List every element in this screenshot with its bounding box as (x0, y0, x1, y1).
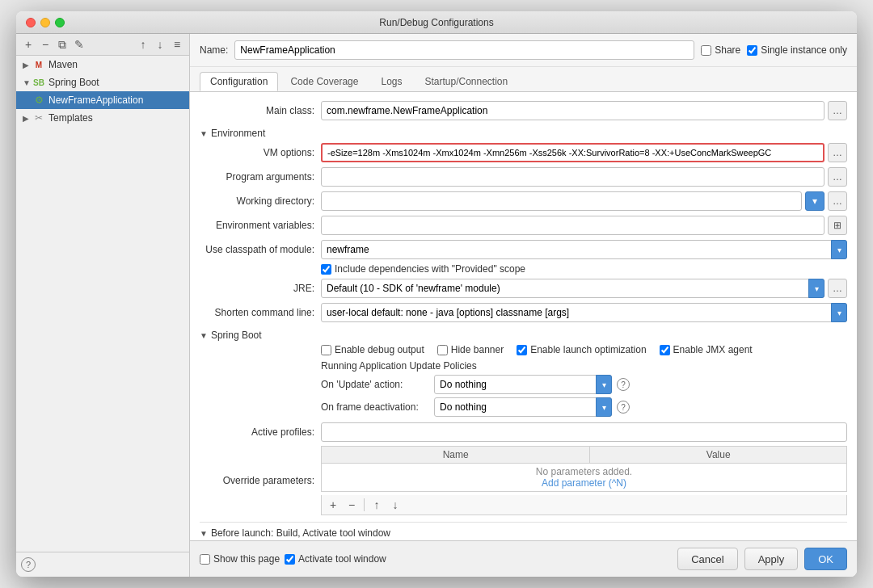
working-dir-label: Working directory: (200, 195, 321, 207)
params-down-button[interactable]: ↓ (387, 497, 403, 513)
shorten-cmd-select[interactable]: user-local default: none - java [options… (321, 303, 847, 322)
params-empty-msg: No parameters added. Add parameter (^N) (322, 464, 847, 492)
add-config-button[interactable]: + (21, 37, 36, 52)
on-frame-select-wrapper: Do nothing ▾ (434, 397, 612, 417)
override-params-label: Override parameters: (200, 475, 321, 486)
params-value-col: Value (590, 447, 847, 464)
cancel-button[interactable]: Cancel (677, 548, 737, 570)
before-launch-section: ▼ Before launch: Build, Activate tool wi… (200, 522, 847, 540)
sidebar-item-newframe[interactable]: ▶ ⚙ NewFrameApplication (16, 91, 189, 109)
env-vars-label: Environment variables: (200, 220, 321, 231)
single-instance-row: Single instance only (747, 44, 847, 56)
jre-select[interactable]: Default (10 - SDK of 'newframe' module) (321, 279, 824, 298)
active-profiles-input[interactable] (321, 422, 847, 442)
spring-boot-section-header[interactable]: ▼ Spring Boot (200, 330, 847, 341)
sidebar-item-maven[interactable]: ▶ M Maven (16, 56, 189, 74)
before-launch-label: Before launch: Build, Activate tool wind… (211, 527, 390, 539)
templates-icon: ✂ (32, 111, 45, 124)
on-update-help-icon[interactable]: ? (617, 378, 630, 391)
window-title: Run/Debug Configurations (379, 17, 493, 28)
include-deps-checkbox[interactable] (321, 264, 331, 275)
enable-launch-item: Enable launch optimization (517, 344, 646, 355)
maximize-button[interactable] (55, 18, 65, 27)
override-params-section: Override parameters: Name Value (200, 446, 847, 515)
program-args-expand-button[interactable]: … (828, 167, 847, 187)
working-dir-browse-button[interactable]: ▾ (805, 191, 824, 211)
working-dir-input[interactable] (321, 191, 802, 211)
enable-debug-item: Enable debug output (321, 344, 424, 355)
remove-config-button[interactable]: − (38, 37, 53, 52)
tab-startup[interactable]: Startup/Connection (414, 72, 518, 91)
classpath-select[interactable]: newframe (321, 240, 847, 259)
enable-launch-checkbox[interactable] (517, 345, 527, 355)
vm-options-expand-button[interactable]: … (828, 143, 847, 162)
on-update-select[interactable]: Do nothing (434, 375, 612, 394)
classpath-row: Use classpath of module: newframe ▾ (200, 239, 847, 260)
on-frame-arrow[interactable]: ▾ (596, 397, 612, 417)
maven-icon: M (32, 58, 45, 71)
tab-code-coverage[interactable]: Code Coverage (280, 72, 369, 91)
move-down-button[interactable]: ↓ (153, 37, 167, 52)
params-toolbar: + − ↑ ↓ (321, 495, 847, 515)
on-update-label: On 'Update' action: (321, 379, 434, 390)
config-icon: ⚙ (32, 94, 45, 107)
before-launch-arrow-icon: ▼ (200, 529, 208, 538)
sidebar-bottom: ? (16, 552, 189, 577)
vm-options-input[interactable] (321, 143, 824, 162)
sort-button[interactable]: ≡ (170, 37, 184, 52)
enable-jmx-checkbox[interactable] (660, 345, 670, 355)
main-class-row: Main class: … (200, 100, 847, 121)
name-label: Name: (200, 44, 228, 56)
sidebar-item-spring-boot[interactable]: ▼ SB Spring Boot (16, 74, 189, 91)
environment-section-header[interactable]: ▼ Environment (200, 128, 847, 139)
jre-select-arrow[interactable]: ▾ (808, 279, 824, 298)
on-update-arrow[interactable]: ▾ (596, 375, 612, 394)
on-frame-row: On frame deactivation: Do nothing ▾ ? (321, 397, 847, 417)
activate-tool-checkbox[interactable] (285, 554, 295, 565)
ok-button[interactable]: OK (804, 548, 847, 570)
tab-configuration[interactable]: Configuration (200, 72, 278, 91)
help-button[interactable]: ? (21, 557, 36, 572)
params-add-button[interactable]: + (325, 497, 341, 513)
spring-boot-checkboxes: Enable debug output Hide banner Enable l… (321, 344, 847, 355)
on-frame-label: On frame deactivation: (321, 401, 434, 413)
env-vars-input[interactable] (321, 216, 824, 235)
params-table: Name Value No parameters added. Add para… (321, 446, 847, 492)
add-param-link[interactable]: Add parameter (^N) (542, 477, 626, 489)
env-vars-row: Environment variables: ⊞ (200, 215, 847, 236)
env-vars-browse-button[interactable]: ⊞ (828, 216, 847, 235)
on-frame-select[interactable]: Do nothing (434, 397, 612, 417)
on-frame-help-icon[interactable]: ? (617, 401, 630, 414)
enable-debug-checkbox[interactable] (321, 345, 331, 355)
traffic-lights (26, 18, 65, 27)
params-up-button[interactable]: ↑ (369, 497, 385, 513)
name-input[interactable] (234, 40, 694, 60)
edit-config-button[interactable]: ✎ (72, 37, 86, 52)
main-class-input[interactable] (321, 101, 824, 120)
working-dir-folder-button[interactable]: … (828, 191, 847, 211)
show-page-checkbox[interactable] (200, 554, 210, 565)
classpath-select-arrow[interactable]: ▾ (831, 240, 847, 259)
enable-jmx-item: Enable JMX agent (660, 344, 753, 355)
move-up-button[interactable]: ↑ (136, 37, 150, 52)
tab-logs[interactable]: Logs (370, 72, 412, 91)
params-remove-button[interactable]: − (344, 497, 360, 513)
jre-browse-button[interactable]: … (828, 279, 847, 298)
main-class-browse-button[interactable]: … (828, 101, 847, 120)
apply-button[interactable]: Apply (744, 548, 799, 570)
params-name-col: Name (322, 447, 590, 464)
shorten-cmd-arrow[interactable]: ▾ (831, 303, 847, 322)
before-launch-header: ▼ Before launch: Build, Activate tool wi… (200, 527, 847, 539)
program-args-input[interactable] (321, 167, 824, 187)
show-page-item: Show this page (200, 553, 280, 565)
sidebar-item-templates[interactable]: ▶ ✂ Templates (16, 109, 189, 127)
share-checkbox[interactable] (701, 45, 711, 56)
arrow-icon: ▶ (23, 114, 32, 123)
close-button[interactable] (26, 18, 36, 27)
single-instance-checkbox[interactable] (747, 45, 757, 56)
working-dir-row: Working directory: ▾ … (200, 191, 847, 212)
minimize-button[interactable] (40, 18, 50, 27)
sidebar: + − ⧉ ✎ ↑ ↓ ≡ ▶ M Maven ▼ SB Spring Boot (16, 34, 190, 577)
copy-config-button[interactable]: ⧉ (55, 37, 70, 52)
hide-banner-checkbox[interactable] (437, 345, 448, 355)
